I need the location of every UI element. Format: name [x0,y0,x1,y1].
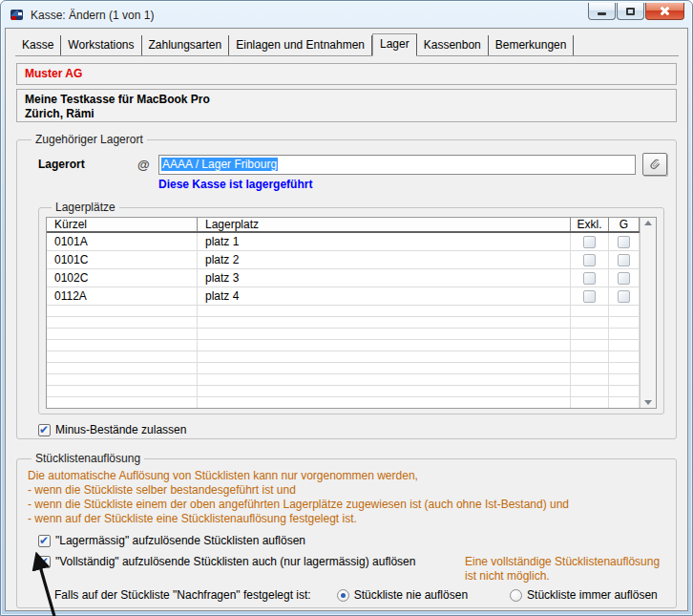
tab-einlagen-und-entnahmen[interactable]: Einlagen und Entnahmen [229,35,372,55]
lagermaessig-checkbox[interactable]: "Lagermässig" aufzulösende Stücklisten a… [38,534,305,547]
radio-stueckliste-immer[interactable]: Stückliste immer auflösen [510,588,658,602]
table-cell [571,287,609,305]
tab-kasse[interactable]: Kasse [15,35,61,55]
table-cell [47,397,198,408]
column-header-g[interactable]: G [609,218,640,231]
table-row[interactable]: 0101Cplatz 2 [47,251,640,269]
tab-workstations[interactable]: Workstations [61,35,141,55]
tab-lager[interactable]: Lager [372,33,417,56]
lagerort-input[interactable]: AAAA / Lager Fribourg [158,155,636,175]
table-cell [571,269,609,287]
group-zugehoeriger-lagerort: Zugehöriger Lagerort Lagerort @ AAAA / L… [16,133,677,439]
titlebar[interactable]: Kasse: Ändern (1 von 1) [1,1,692,28]
table-row-empty [47,340,640,351]
info-line: - wenn die Stückliste selber bestandesge… [28,483,667,498]
table-cell [47,374,198,385]
kasse-info-panel: Meine Testkasse für MacBook Pro Zürich, … [16,89,677,122]
minimize-button[interactable] [588,3,616,20]
exkl-checkbox[interactable] [583,254,596,266]
table-cell [198,397,571,408]
table-cell [609,363,640,373]
group-lagerplaetze: Lagerplätze Kürzel Lagerplatz Exkl. G 01… [38,201,664,414]
exkl-checkbox[interactable] [583,236,596,248]
table-cell: platz 4 [198,287,571,305]
maximize-button[interactable] [617,3,644,20]
table-row-empty [47,386,640,397]
table-cell [609,233,640,250]
table-scrollbar[interactable] [640,218,656,408]
table-row-empty [47,363,640,374]
exkl-checkbox[interactable] [583,290,596,303]
window-title: Kasse: Ändern (1 von 1) [31,9,154,22]
g-checkbox[interactable] [618,272,630,285]
scroll-up-icon[interactable] [644,221,652,225]
table-cell [198,363,571,373]
table-cell [571,317,609,328]
minus-bestaende-checkbox[interactable]: Minus-Bestände zulassen [38,423,186,436]
checkbox-checked-icon [38,535,51,547]
table-cell [47,317,198,328]
scroll-down-icon[interactable] [644,400,652,405]
table-cell [609,287,640,305]
column-header-lagerplatz[interactable]: Lagerplatz [198,218,571,231]
group-lagerort-title: Zugehöriger Lagerort [32,133,147,146]
checkbox-checked-icon [38,556,51,568]
table-cell [47,363,198,373]
tab-kassenbon[interactable]: Kassenbon [417,35,489,55]
company-name: Muster AG [25,67,82,80]
radio-selected-icon [337,589,349,602]
table-cell [609,351,640,362]
group-lagerplaetze-title: Lagerplätze [52,201,119,214]
close-button[interactable] [645,3,684,20]
radio-stueckliste-nie[interactable]: Stückliste nie auflösen [337,588,468,602]
info-line: Die automatische Auflösung von Stücklist… [28,469,667,483]
info-line: - wenn die Stückliste einem der oben ang… [28,498,667,512]
table-cell: platz 1 [198,233,571,250]
kasse-name: Meine Testkasse für MacBook Pro [25,93,668,107]
column-header-kuerzel[interactable]: Kürzel [47,218,198,231]
lagergefuehrt-note: Diese Kasse ist lagergeführt [158,178,667,193]
table-header-row: Kürzel Lagerplatz Exkl. G [47,218,640,233]
kasse-location: Zürich, Rämi [25,107,668,121]
info-line: - wenn auf der Stückliste eine Stücklist… [28,512,667,526]
table-cell [198,306,571,316]
exkl-checkbox[interactable] [583,272,596,285]
table-row-empty [47,397,640,408]
attachment-button[interactable] [642,153,667,176]
tab-bar: KasseWorkstationsZahlungsartenEinlagen u… [15,34,679,56]
g-checkbox[interactable] [618,254,630,266]
g-checkbox[interactable] [618,236,630,248]
at-symbol-icon: @ [137,158,158,172]
lagerort-label: Lagerort [38,158,137,171]
close-icon [660,6,670,16]
group-stueckliste-title: Stücklistenauflösung [32,452,144,465]
dialog-content: KasseWorkstationsZahlungsartenEinlagen u… [5,28,688,611]
tab-zahlungsarten[interactable]: Zahlungsarten [142,35,230,55]
radio-unselected-icon [510,589,522,602]
column-header-exkl[interactable]: Exkl. [571,218,609,231]
vollstaendig-checkbox[interactable]: "Vollständig" aufzulösende Stücklisten a… [38,555,415,568]
table-row[interactable]: 0112Aplatz 4 [47,287,640,306]
vollstaendig-label: "Vollständig" aufzulösende Stücklisten a… [55,555,415,568]
nachfragen-label: Falls auf der Stückliste "Nachfragen" fe… [54,588,311,602]
table-row[interactable]: 0101Aplatz 1 [47,233,640,251]
table-cell [609,340,640,350]
table-cell [47,351,198,362]
table-cell [609,269,640,287]
table-cell [571,306,609,316]
table-body: 0101Aplatz 10101Cplatz 20102Cplatz 30112… [47,233,640,408]
table-row-empty [47,351,640,363]
table-cell [198,317,571,328]
lagermaessig-label: "Lagermässig" aufzulösende Stücklisten a… [55,534,305,547]
table-cell [571,374,609,385]
paperclip-icon [648,158,662,171]
tab-bemerkungen[interactable]: Bemerkungen [489,35,575,55]
table-cell [198,351,571,362]
table-row[interactable]: 0102Cplatz 3 [47,269,640,287]
table-cell: 0101A [47,233,198,250]
table-cell [198,340,571,350]
table-cell [609,317,640,328]
app-icon [10,8,25,23]
g-checkbox[interactable] [618,290,630,303]
company-panel: Muster AG [16,63,677,85]
